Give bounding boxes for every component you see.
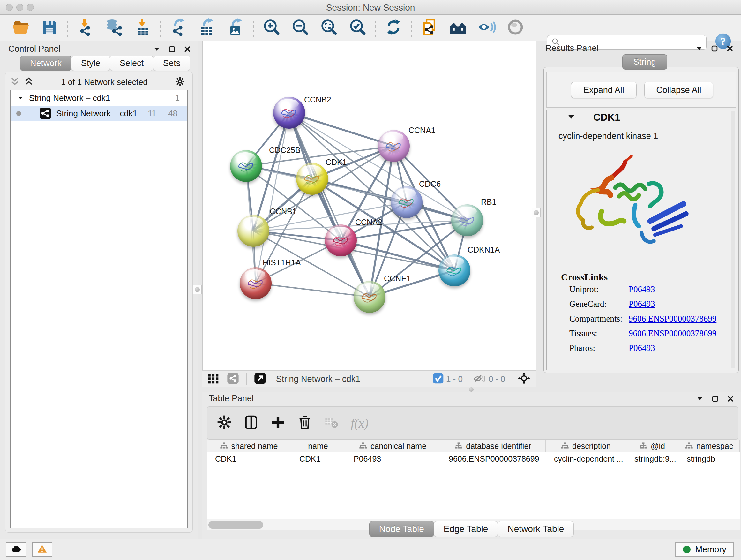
- zoom-out-button[interactable]: [291, 18, 310, 37]
- gene-collapse-caret-icon[interactable]: [547, 113, 593, 122]
- edge-CCNB2-HIST1H1A[interactable]: [256, 113, 289, 283]
- grid-view-icon[interactable]: [205, 371, 221, 387]
- node-CDK1[interactable]: [296, 163, 328, 195]
- function-builder-icon[interactable]: f(x): [351, 416, 368, 431]
- column-header-name[interactable]: name: [291, 440, 345, 452]
- crosslink-link[interactable]: P06493: [629, 285, 655, 294]
- crosslink-link[interactable]: P06493: [629, 343, 655, 353]
- import-table-button[interactable]: [133, 18, 152, 37]
- add-column-button[interactable]: [270, 415, 286, 431]
- copy-pages-button[interactable]: [420, 18, 439, 37]
- edge-HIST1H1A-CCNE1[interactable]: [256, 283, 369, 297]
- birdseye-icon[interactable]: [516, 371, 532, 387]
- save-button[interactable]: [40, 18, 59, 37]
- export-image-button[interactable]: [226, 18, 245, 37]
- hidden-counts: 0 - 0: [488, 374, 505, 384]
- node-HIST1H1A[interactable]: [240, 267, 272, 299]
- node-CDKN1A[interactable]: [439, 254, 470, 287]
- gene-section-header[interactable]: CDK1: [547, 110, 736, 125]
- memory-button[interactable]: Memory: [675, 542, 734, 557]
- left-splitter-handle[interactable]: [193, 285, 202, 294]
- hidden-eye-icon[interactable]: [473, 372, 486, 386]
- network-badge-icon[interactable]: [225, 371, 241, 387]
- crosslink-link[interactable]: 9606.ENSP00000378699: [629, 328, 717, 338]
- panel-float-icon[interactable]: [169, 46, 176, 53]
- column-header-namespac[interactable]: namespac: [678, 440, 740, 452]
- panel-menu-caret-icon[interactable]: [696, 395, 703, 402]
- current-network-title: String Network – cdk1: [276, 374, 433, 384]
- table-row[interactable]: CDK1CDK1P064939606.ENSP00000378699cyclin…: [207, 452, 740, 466]
- column-header-sharedname[interactable]: shared name: [207, 440, 291, 452]
- node-CCNA1[interactable]: [378, 130, 410, 162]
- open-folder-button[interactable]: [11, 18, 30, 37]
- tab-sets[interactable]: Sets: [153, 56, 190, 71]
- crosslink-link[interactable]: P06493: [629, 299, 655, 309]
- network-canvas[interactable]: CCNB2CCNA1CDC25BCDK1CDC6RB1CCNB1CCNA2CDK…: [202, 41, 536, 370]
- show-hide-button[interactable]: [477, 18, 496, 37]
- inactive-eye-button[interactable]: [506, 18, 525, 37]
- tab-style[interactable]: Style: [71, 56, 110, 71]
- toolbar-separator: [411, 19, 412, 37]
- zoom-fit-button[interactable]: [320, 18, 338, 37]
- zoom-in-button[interactable]: [262, 18, 281, 37]
- collapse-all-networks-icon[interactable]: [10, 77, 19, 87]
- delete-table-button[interactable]: [324, 415, 339, 431]
- network-options-gear-icon[interactable]: [175, 77, 185, 87]
- attr-icon: [359, 442, 367, 451]
- column-header-id[interactable]: @id: [626, 440, 678, 452]
- node-CCNB2[interactable]: [273, 97, 305, 129]
- panel-menu-caret-icon[interactable]: [696, 45, 703, 52]
- node-CCNE1[interactable]: [354, 281, 386, 313]
- node-label-HIST1H1A: HIST1H1A: [263, 258, 300, 267]
- column-header-canonicalname[interactable]: canonical name: [345, 440, 441, 452]
- export-table-button[interactable]: [198, 18, 216, 37]
- collapse-all-button[interactable]: Collapse All: [644, 82, 713, 98]
- node-CDC6[interactable]: [391, 186, 422, 218]
- panel-close-icon[interactable]: [726, 45, 733, 52]
- zoom-selected-button[interactable]: [348, 18, 367, 37]
- import-network-button[interactable]: [76, 18, 94, 37]
- expand-all-button[interactable]: Expand All: [571, 82, 636, 98]
- right-splitter-handle[interactable]: [532, 208, 541, 217]
- gear-button[interactable]: [217, 415, 232, 431]
- edge-CCNB2-CCNA1[interactable]: [289, 113, 394, 146]
- bottom-splitter-handle[interactable]: [467, 387, 476, 391]
- export-network-button[interactable]: [169, 18, 188, 37]
- node-label-CDC25B: CDC25B: [269, 145, 300, 155]
- node-CCNA2[interactable]: [325, 225, 357, 256]
- tab-string[interactable]: String: [622, 54, 667, 70]
- tab-edge-table[interactable]: Edge Table: [434, 521, 498, 537]
- tab-network-table[interactable]: Network Table: [497, 521, 574, 537]
- node-RB1[interactable]: [451, 204, 483, 236]
- column-header-description[interactable]: description: [546, 440, 626, 452]
- refresh-button[interactable]: [384, 18, 403, 37]
- results-scrollbar[interactable]: [731, 111, 735, 368]
- import-table-icon: [134, 18, 151, 37]
- edge-CCNB2-CCNE1[interactable]: [289, 113, 369, 297]
- panel-close-icon[interactable]: [184, 46, 191, 53]
- panel-menu-caret-icon[interactable]: [153, 46, 160, 53]
- network-collection-row[interactable]: String Network – cdk11: [10, 90, 187, 106]
- crosslink-row: Pharos:P06493: [569, 343, 595, 353]
- attr-icon: [455, 442, 463, 451]
- open-in-window-icon[interactable]: [253, 371, 268, 387]
- selected-checkbox-icon[interactable]: [433, 374, 444, 384]
- panel-float-icon[interactable]: [712, 395, 719, 402]
- trash-button[interactable]: [297, 415, 313, 431]
- tab-network[interactable]: Network: [20, 56, 71, 71]
- tab-select[interactable]: Select: [110, 56, 153, 71]
- node-CCNB1[interactable]: [238, 215, 269, 247]
- panel-float-icon[interactable]: [711, 45, 718, 52]
- network-row[interactable]: String Network – cdk11148: [10, 106, 187, 121]
- tab-node-table[interactable]: Node Table: [369, 521, 434, 537]
- import-database-button[interactable]: [105, 18, 123, 37]
- warnings-button[interactable]: [32, 542, 52, 557]
- node-CDC25B[interactable]: [230, 150, 262, 182]
- panel-close-icon[interactable]: [727, 395, 734, 402]
- string-home-button[interactable]: [449, 18, 467, 37]
- column-header-databaseidentifier[interactable]: database identifier: [441, 440, 546, 452]
- columns-button[interactable]: [244, 415, 259, 431]
- crosslink-link[interactable]: 9606.ENSP00000378699: [629, 314, 717, 324]
- cloud-status-button[interactable]: [6, 542, 26, 557]
- expand-all-networks-icon[interactable]: [24, 77, 33, 87]
